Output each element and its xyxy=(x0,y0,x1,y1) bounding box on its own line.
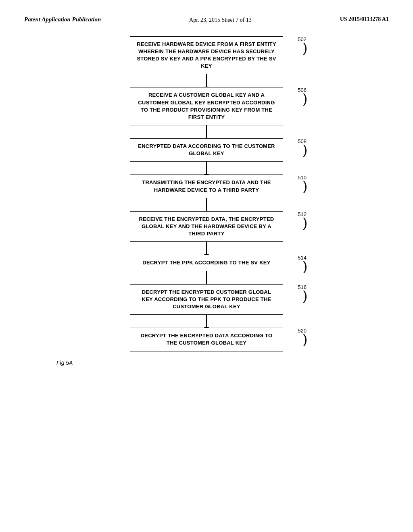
page: Patent Application Publication Apr. 23, … xyxy=(0,0,413,532)
flowchart-diagram: RECEIVE HARDWARE DEVICE FROM A FIRST ENT… xyxy=(24,36,389,351)
step-box-512: RECEIVE THE ENCRYPTED DATA, THE ENCRYPTE… xyxy=(130,211,283,242)
step-brace-516: ) xyxy=(303,290,307,301)
arrow-6 xyxy=(206,315,207,328)
step-box-514: DECRYPT THE PPK ACCORDING TO THE SV KEY xyxy=(130,255,283,271)
figure-label: Fig 5A xyxy=(56,360,389,366)
arrow-0 xyxy=(206,74,207,87)
step-brace-520: ) xyxy=(303,334,307,345)
sheet-info: Apr. 23, 2015 Sheet 7 of 13 xyxy=(189,16,252,24)
step-box-510: TRANSMITTING THE ENCRYPTED DATA AND THE … xyxy=(130,175,283,198)
step-box-508: ENCRYPTED DATA ACCORDING TO THE CUSTOMER… xyxy=(130,138,283,162)
patent-number: US 2015/0113278 A1 xyxy=(340,16,389,23)
step-box-520: DECRYPT THE ENCRYPTED DATA ACCORDING TO … xyxy=(130,328,283,351)
arrow-3 xyxy=(206,198,207,211)
step-brace-510: ) xyxy=(303,181,307,191)
arrow-4 xyxy=(206,242,207,255)
arrow-5 xyxy=(206,271,207,284)
step-box-502: RECEIVE HARDWARE DEVICE FROM A FIRST ENT… xyxy=(130,36,283,75)
step-box-516: DECRYPT THE ENCRYPTED CUSTOMER GLOBAL KE… xyxy=(130,284,283,315)
step-brace-514: ) xyxy=(303,261,307,272)
step-brace-512: ) xyxy=(303,217,307,228)
publication-label: Patent Application Publication xyxy=(24,16,101,23)
arrow-2 xyxy=(206,162,207,175)
arrow-1 xyxy=(206,125,207,138)
page-header: Patent Application Publication Apr. 23, … xyxy=(24,16,389,24)
step-brace-508: ) xyxy=(303,144,307,155)
step-box-506: RECEIVE A CUSTOMER GLOBAL KEY AND A CUST… xyxy=(130,87,283,125)
step-brace-506: ) xyxy=(303,93,307,104)
step-brace-502: ) xyxy=(303,42,307,53)
